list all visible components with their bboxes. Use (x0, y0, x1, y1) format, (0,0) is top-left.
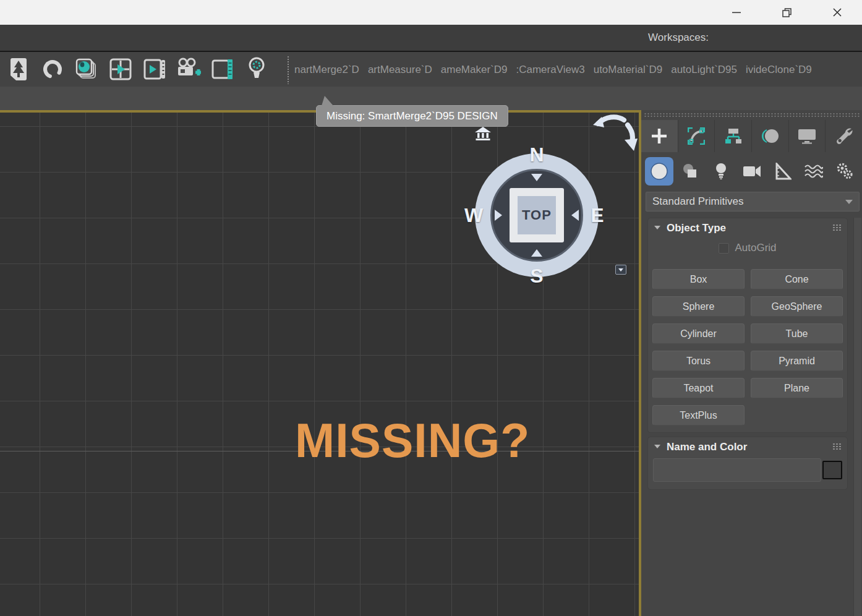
viewcube-arrow-north[interactable] (531, 174, 542, 181)
wrench-icon (835, 127, 853, 145)
textplus-button[interactable]: TextPlus (652, 405, 745, 426)
compass-west-label[interactable]: W (460, 204, 487, 227)
object-type-rollout: Object Type AutoGrid Box Cone Sphere Geo… (647, 218, 848, 433)
motion-icon (760, 127, 780, 145)
toolbar-button-playblast[interactable] (142, 56, 167, 82)
torus-button[interactable]: Torus (652, 351, 745, 371)
main-toolbar: nartMerge2`D artMeasure`D ameMaker`D9 :C… (0, 51, 862, 87)
box-button[interactable]: Box (652, 269, 745, 289)
viewcube[interactable]: TOP N S W E (475, 153, 599, 277)
tab-modify[interactable] (678, 120, 715, 152)
script-button[interactable]: utoMaterial`D9 (594, 64, 663, 76)
swirl-icon (41, 58, 64, 81)
cone-button[interactable]: Cone (751, 269, 843, 289)
chevron-down-icon (618, 268, 623, 272)
modify-icon (688, 127, 705, 145)
script-button-strip: nartMerge2`D artMeasure`D ameMaker`D9 :C… (294, 52, 851, 88)
object-name-input[interactable] (654, 459, 821, 481)
restore-button[interactable] (772, 0, 801, 25)
rollout-grip-icon[interactable] (832, 443, 842, 450)
rollout-title[interactable]: Object Type (667, 222, 726, 234)
sphere-button[interactable]: Sphere (652, 296, 745, 317)
home-icon (474, 126, 492, 141)
geosphere-button[interactable]: GeoSphere (751, 296, 843, 317)
display-icon (798, 128, 816, 144)
object-name-field-wrap (653, 458, 821, 482)
set-square-icon (774, 163, 792, 180)
cylinder-button[interactable]: Cylinder (652, 323, 745, 344)
minimize-button[interactable] (722, 0, 751, 25)
tab-hierarchy[interactable] (715, 120, 752, 152)
toolbar-button-camera-create[interactable] (176, 56, 201, 82)
subtab-cameras[interactable] (738, 157, 766, 186)
minimize-icon (732, 8, 741, 17)
toolbar-button-foliage[interactable] (6, 56, 31, 82)
render-play-icon (143, 58, 166, 81)
command-panel-tabs (641, 120, 862, 152)
subtab-geometry[interactable] (645, 157, 673, 186)
subtab-space-warps[interactable] (800, 157, 828, 186)
tab-display[interactable] (789, 120, 826, 152)
compass-east-label[interactable]: E (584, 204, 611, 227)
tab-motion[interactable] (752, 120, 789, 152)
sphere-icon (650, 162, 668, 181)
script-button[interactable]: ameMaker`D9 (441, 64, 508, 76)
subtab-shapes[interactable] (676, 157, 704, 186)
shapes-icon (681, 163, 699, 180)
panel-scrollbar[interactable] (853, 218, 861, 616)
viewcube-rotate-control[interactable] (589, 113, 639, 155)
subtab-helpers[interactable] (769, 157, 797, 186)
lightbulb-icon (247, 57, 267, 82)
pyramid-button[interactable]: Pyramid (751, 351, 843, 371)
toolbar-button-panel-toggle[interactable] (210, 56, 235, 82)
autogrid-checkbox[interactable] (719, 243, 729, 254)
script-button[interactable]: autoLight`D95 (671, 64, 737, 76)
primitive-category-dropdown[interactable]: Standard Primitives (646, 192, 860, 212)
tab-create[interactable] (641, 120, 678, 152)
rollout-grip-icon[interactable] (832, 224, 842, 231)
rollout-title[interactable]: Name and Color (667, 441, 747, 453)
compass-north-label[interactable]: N (523, 143, 550, 166)
rollout-collapse-icon[interactable] (654, 445, 660, 448)
menu-bar: Workspaces: Default (0, 25, 862, 51)
toolbar-button-material[interactable] (74, 56, 99, 82)
close-icon (833, 8, 842, 17)
subtab-systems[interactable] (830, 157, 859, 186)
close-button[interactable] (823, 0, 851, 25)
script-button[interactable]: :CameraView3 (516, 64, 585, 76)
primitive-category-value: Standard Primitives (652, 192, 743, 211)
viewport-options-dropdown[interactable] (615, 265, 626, 275)
rollout-collapse-icon[interactable] (654, 226, 660, 229)
title-bar (0, 0, 862, 25)
camera-icon (743, 165, 761, 178)
tube-button[interactable]: Tube (751, 323, 843, 344)
toolbar-button-light[interactable] (244, 56, 269, 82)
panel-drag-handle[interactable] (644, 113, 860, 118)
plane-button[interactable]: Plane (751, 378, 843, 398)
viewcube-top-face[interactable]: TOP (510, 188, 564, 242)
layers-sphere-icon (75, 58, 98, 81)
viewcube-arrow-south[interactable] (531, 249, 542, 257)
hierarchy-icon (724, 127, 743, 145)
script-button[interactable]: nartMerge2`D (294, 64, 359, 76)
script-button[interactable]: artMeasure`D (368, 64, 432, 76)
toolbar-separator (287, 56, 289, 84)
toolbar-button-viewport-layout[interactable] (108, 56, 133, 82)
autogrid-row: AutoGrid (648, 241, 847, 255)
compass-south-label[interactable]: S (523, 265, 550, 288)
create-category-tabs (645, 156, 859, 187)
subtab-lights[interactable] (707, 157, 735, 186)
viewcube-home-button[interactable] (474, 126, 492, 143)
create-plus-icon (651, 128, 667, 144)
viewcube-face-label: TOP (510, 188, 564, 242)
viewport-layout-icon (109, 58, 132, 81)
viewcube-arrow-east[interactable] (571, 210, 579, 221)
tab-utilities[interactable] (826, 120, 862, 152)
viewcube-arrow-west[interactable] (495, 210, 502, 221)
teapot-button[interactable]: Teapot (652, 378, 745, 398)
script-button[interactable]: ivideClone`D9 (746, 64, 812, 76)
object-color-swatch[interactable] (822, 461, 842, 479)
toolbar-button-render[interactable] (40, 56, 65, 82)
chevron-down-icon (845, 200, 853, 204)
name-and-color-rollout: Name and Color (647, 437, 848, 490)
